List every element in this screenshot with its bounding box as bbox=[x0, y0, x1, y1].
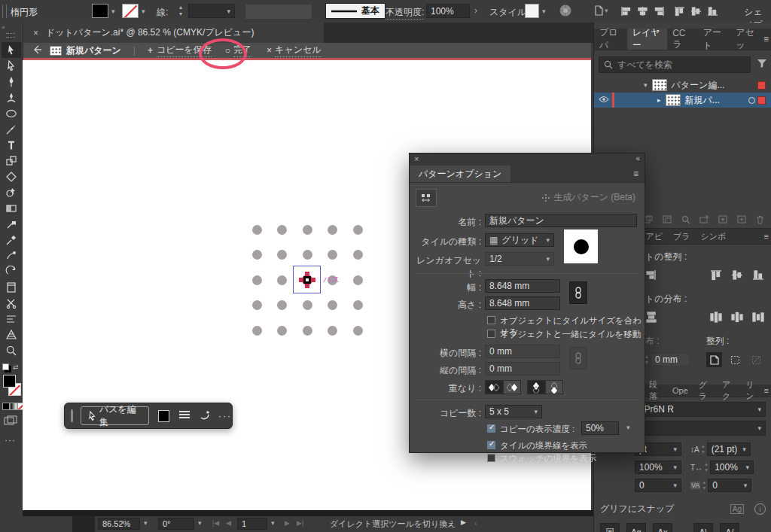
next-page-icon[interactable]: ▶ bbox=[285, 519, 290, 527]
layers-search-input[interactable]: すべてを検索 bbox=[599, 56, 751, 73]
align-h-right-icon[interactable] bbox=[645, 269, 657, 281]
distribute-bottom-icon[interactable] bbox=[645, 312, 657, 323]
tab-cc-libraries[interactable]: CC ラ bbox=[667, 29, 698, 50]
layer-color-chip[interactable] bbox=[757, 81, 766, 90]
style-swatch-control[interactable]: ▾ bbox=[525, 4, 546, 18]
rotation-caret-icon[interactable]: ▾ bbox=[198, 519, 202, 527]
task-more-icon[interactable]: ··· bbox=[218, 411, 232, 421]
status-collapse-icon[interactable]: ‹ bbox=[474, 518, 477, 527]
stroke-weight-select[interactable]: ▾ bbox=[188, 4, 235, 18]
curvature-tool[interactable] bbox=[2, 90, 21, 105]
new-sublayer-icon[interactable] bbox=[718, 215, 727, 226]
move-with-checkbox[interactable] bbox=[487, 330, 495, 338]
snap-anchor-button[interactable]: A/ bbox=[720, 523, 739, 532]
snap-baseline-button[interactable]: Ag bbox=[626, 523, 646, 532]
fill-indicator[interactable] bbox=[3, 375, 16, 388]
selection-tool[interactable] bbox=[2, 42, 21, 58]
stroke-weight-stepper[interactable]: ▴▾ bbox=[176, 4, 185, 18]
gradient-tool[interactable] bbox=[2, 200, 21, 216]
release-mask-icon[interactable] bbox=[663, 215, 672, 226]
opacity-value-box[interactable]: 100% bbox=[426, 4, 470, 18]
layer-name[interactable]: パターン編... bbox=[672, 79, 725, 92]
tab-opentype[interactable]: Ope bbox=[667, 385, 693, 397]
tab-assets[interactable]: アセッ bbox=[730, 29, 763, 50]
tab-properties[interactable]: プロパ bbox=[594, 29, 627, 50]
horizontal-scale-select[interactable]: 100%▾ bbox=[710, 461, 754, 474]
eyedropper-tool[interactable] bbox=[2, 232, 21, 248]
tab-symbols[interactable]: シンボ bbox=[696, 229, 732, 244]
anchor-handle-right[interactable] bbox=[311, 278, 315, 282]
tab-brushes[interactable]: ブラ bbox=[668, 229, 696, 244]
paintbrush-tool[interactable] bbox=[2, 121, 21, 137]
panel-close-icon[interactable]: × bbox=[414, 154, 419, 163]
direct-selection-tool[interactable] bbox=[2, 58, 21, 74]
overlap-top-front-button[interactable] bbox=[527, 380, 545, 394]
tile-type-select[interactable]: ▦ グリッド▾ bbox=[485, 233, 554, 247]
eraser-tool[interactable] bbox=[2, 169, 21, 184]
zoom-caret-icon[interactable]: ▾ bbox=[144, 519, 148, 527]
contextual-task-bar[interactable]: パスを編集 ··· bbox=[64, 403, 233, 429]
align-v-center-icon[interactable] bbox=[731, 269, 743, 281]
align-v-bottom-icon[interactable] bbox=[752, 269, 764, 281]
stroke-none-swatch[interactable] bbox=[122, 4, 139, 18]
last-page-icon[interactable]: ▶| bbox=[297, 519, 303, 527]
first-page-icon[interactable]: |◀ bbox=[212, 519, 219, 527]
selection-chip[interactable] bbox=[757, 96, 766, 105]
cancel-button[interactable]: キャンセル bbox=[275, 44, 321, 57]
distribute-h-right-icon[interactable] bbox=[752, 312, 764, 323]
sublayer-name[interactable]: 新規パ... bbox=[685, 94, 720, 107]
align-left-icon[interactable] bbox=[620, 6, 632, 17]
style-swatch[interactable] bbox=[525, 4, 539, 18]
opacity-expand-icon[interactable]: › bbox=[474, 5, 477, 16]
recolor-artwork-icon[interactable] bbox=[559, 4, 572, 20]
perspective-grid-tool[interactable] bbox=[2, 327, 21, 342]
distribute-h-center-icon[interactable] bbox=[731, 312, 743, 323]
overlap-right-front-button[interactable] bbox=[503, 380, 521, 394]
zoom-level-select[interactable]: 86.52% bbox=[98, 518, 140, 530]
fill-swatch[interactable] bbox=[92, 4, 108, 18]
toolbar-grip[interactable] bbox=[6, 33, 15, 38]
vertical-scale-select[interactable]: 100%▾ bbox=[635, 461, 681, 474]
align-menu-icon[interactable]: ≡ bbox=[764, 232, 769, 241]
fill-color-control[interactable]: ▾ bbox=[92, 4, 115, 18]
name-input[interactable]: 新規パターン bbox=[485, 214, 637, 227]
task-fill-swatch[interactable] bbox=[158, 410, 169, 422]
color-mode-bar[interactable] bbox=[2, 403, 25, 410]
target-circle-icon[interactable] bbox=[748, 97, 755, 104]
dock-menu-icon[interactable]: ≡ bbox=[763, 34, 769, 44]
panel-tab-title[interactable]: パターンオプション bbox=[410, 166, 510, 182]
dim-copies-select[interactable]: 50% bbox=[581, 421, 619, 435]
sublayer-expand-icon[interactable]: ▸ bbox=[657, 96, 661, 104]
panel-menu-icon[interactable]: ≡ bbox=[633, 169, 638, 179]
delete-layer-icon[interactable] bbox=[756, 215, 764, 226]
style-caret-icon[interactable]: ▾ bbox=[539, 8, 546, 15]
document-setup-icon[interactable]: ▾ bbox=[593, 5, 608, 17]
save-copy-plus-icon[interactable]: + bbox=[148, 45, 153, 56]
ellipse-tool[interactable] bbox=[2, 105, 21, 121]
filter-icon[interactable] bbox=[757, 59, 767, 71]
toolbar-more-icon[interactable]: ··· bbox=[5, 435, 16, 445]
prev-page-icon[interactable]: ◀ bbox=[226, 519, 231, 527]
draw-mode-icon[interactable] bbox=[4, 415, 17, 427]
panel-collapse-icon[interactable]: « bbox=[635, 154, 640, 163]
align-to-key-object-button[interactable] bbox=[749, 352, 764, 367]
stroke-color-control[interactable]: ▾ bbox=[122, 4, 145, 18]
task-bar-grip[interactable] bbox=[71, 409, 73, 422]
cancel-x-icon[interactable]: × bbox=[267, 45, 272, 56]
status-play-icon[interactable]: ▶ bbox=[461, 518, 466, 526]
align-center-icon[interactable] bbox=[637, 6, 648, 17]
align-to-selection-button[interactable] bbox=[728, 352, 743, 367]
align-top-icon[interactable] bbox=[674, 6, 685, 17]
free-transform-tool[interactable] bbox=[2, 153, 21, 169]
distribute-h-left-icon[interactable] bbox=[710, 312, 722, 323]
info-icon[interactable]: i bbox=[754, 503, 766, 515]
rotate-tool[interactable] bbox=[2, 263, 21, 279]
align-v-top-icon[interactable] bbox=[710, 269, 722, 281]
tab-actions[interactable]: アク bbox=[717, 385, 740, 397]
new-layer-icon[interactable] bbox=[737, 215, 746, 226]
align-right-icon[interactable] bbox=[654, 6, 665, 17]
rotation-select[interactable]: 0° bbox=[158, 518, 194, 530]
visibility-eye-icon[interactable] bbox=[599, 95, 609, 105]
pen-tool[interactable] bbox=[2, 74, 21, 90]
tab-paragraph[interactable]: 段落 bbox=[644, 385, 667, 397]
